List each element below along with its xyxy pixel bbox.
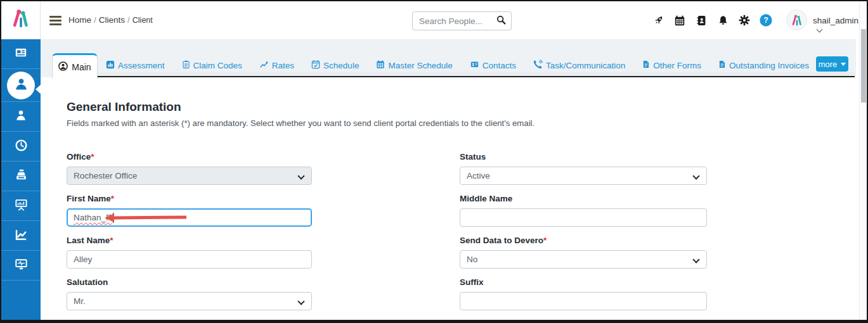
salutation-select[interactable]: Mr. — [67, 292, 312, 310]
more-tabs-label: more — [819, 60, 838, 69]
sidebar-item-analytics[interactable] — [1, 221, 41, 251]
brand-logo-icon — [10, 8, 32, 32]
sidebar-item-dashboard[interactable] — [1, 39, 41, 69]
field-send-data-to-devero: Send Data to Devero* No — [460, 236, 707, 269]
people-search — [412, 11, 512, 30]
required-asterisk: * — [91, 152, 94, 162]
header-icon-bar: ? — [652, 1, 772, 39]
first-name-input[interactable]: Nathan_R — [67, 208, 312, 227]
presentation-chart-icon — [15, 198, 28, 214]
address-book-icon[interactable] — [695, 13, 708, 27]
tab-rates-label: Rates — [272, 61, 294, 70]
bell-icon[interactable] — [716, 13, 729, 27]
field-last-name: Last Name* — [67, 236, 312, 269]
field-salutation: Salutation Mr. — [67, 277, 312, 310]
tab-master-schedule[interactable]: Master Schedule — [376, 60, 452, 71]
status-value: Active — [467, 171, 490, 180]
devero-select[interactable]: No — [460, 250, 707, 269]
calendar-icon[interactable] — [673, 13, 686, 27]
schedule-icon — [311, 60, 320, 71]
office-label: Office — [67, 152, 91, 162]
chevron-down-icon — [692, 172, 699, 179]
search-input[interactable] — [419, 16, 496, 26]
office-select[interactable]: Rochester Office — [67, 167, 312, 185]
search-icon[interactable] — [496, 15, 506, 27]
app-logo[interactable] — [1, 1, 41, 39]
status-label: Status — [460, 152, 486, 162]
hamburger-menu-icon[interactable] — [49, 16, 62, 27]
more-tabs-button[interactable]: more — [816, 56, 848, 72]
sidebar-item-clients-active[interactable] — [1, 69, 41, 102]
active-item-highlight — [7, 72, 35, 99]
user-avatar[interactable] — [786, 10, 807, 30]
tab-claim-codes-label: Claim Codes — [193, 61, 242, 70]
clipped-content-edge — [96, 72, 855, 77]
task-communication-icon — [533, 60, 543, 71]
left-sidebar — [1, 39, 41, 323]
first-name-value: Nathan_R — [74, 213, 112, 222]
tab-assessment-label: Assessment — [118, 61, 165, 70]
field-status: Status Active — [460, 152, 707, 185]
breadcrumb-clients[interactable]: Clients — [99, 15, 125, 25]
field-middle-name: Middle Name — [460, 194, 707, 227]
general-info-form: Office* Rochester Office Status Active F… — [67, 152, 707, 319]
client-person-circle-icon — [13, 75, 30, 95]
tab-schedule-label: Schedule — [323, 61, 359, 70]
outstanding-invoices-icon — [718, 60, 726, 71]
rates-icon — [259, 60, 269, 71]
last-name-input[interactable] — [67, 250, 312, 269]
breadcrumb-client: Client — [133, 16, 153, 25]
sidebar-item-telephony[interactable] — [1, 251, 41, 281]
monitor-wave-icon — [15, 258, 28, 273]
line-chart-icon — [15, 228, 28, 244]
breadcrumb-home[interactable]: Home — [68, 15, 91, 25]
tab-assessment[interactable]: Assessment — [106, 60, 165, 71]
required-asterisk: * — [111, 194, 114, 203]
help-icon[interactable]: ? — [760, 13, 772, 27]
newspaper-icon — [14, 46, 28, 61]
claim-codes-icon — [182, 60, 190, 71]
tab-outstanding-invoices[interactable]: Outstanding Invoices — [718, 60, 809, 71]
tab-contacts[interactable]: Contacts — [470, 60, 516, 70]
tab-main[interactable]: Main — [52, 53, 98, 79]
active-item-pointer — [36, 84, 41, 94]
devero-value: No — [467, 255, 477, 264]
field-office: Office* Rochester Office — [67, 152, 312, 185]
contacts-icon — [470, 60, 479, 70]
field-first-name: First Name* Nathan_R — [67, 194, 312, 227]
rocket-icon[interactable] — [652, 13, 664, 27]
sidebar-item-scheduling[interactable] — [1, 132, 41, 162]
annotation-arrow-icon — [105, 213, 188, 225]
last-name-label: Last Name — [67, 236, 110, 245]
middle-name-input[interactable] — [460, 208, 707, 227]
required-asterisk: * — [543, 236, 547, 245]
person-icon — [15, 109, 27, 124]
chevron-down-icon — [817, 27, 823, 33]
tab-rates[interactable]: Rates — [259, 60, 294, 71]
tab-claim-codes[interactable]: Claim Codes — [182, 60, 242, 71]
section-title: General Information — [67, 100, 181, 114]
username-label: shail_admin — [813, 16, 858, 25]
required-asterisk: * — [110, 236, 113, 245]
sidebar-item-caregivers[interactable] — [1, 102, 41, 132]
status-select[interactable]: Active — [460, 167, 707, 185]
suffix-input[interactable] — [460, 292, 707, 310]
tab-other-forms[interactable]: Other Forms — [642, 60, 701, 71]
chevron-down-icon — [297, 298, 304, 305]
tab-task-communication-label: Task/Communication — [546, 61, 625, 70]
sidebar-item-reports[interactable] — [1, 191, 41, 221]
caret-down-icon — [841, 63, 846, 66]
gear-icon[interactable] — [738, 13, 751, 27]
vertical-scrollbar[interactable] — [859, 1, 867, 320]
main-panel: General Information Fields marked with a… — [41, 77, 862, 321]
scrollbar-thumb[interactable] — [861, 29, 866, 103]
master-schedule-icon — [376, 60, 385, 71]
breadcrumb: Home/Clients/Client — [68, 15, 153, 25]
section-subtitle: Fields marked with an asterisk (*) are m… — [67, 118, 534, 128]
tab-outstanding-invoices-label: Outstanding Invoices — [729, 61, 809, 70]
sidebar-item-billing[interactable] — [1, 162, 41, 191]
tab-schedule[interactable]: Schedule — [311, 60, 359, 71]
tab-task-communication[interactable]: Task/Communication — [533, 60, 625, 71]
svg-text:?: ? — [763, 16, 768, 25]
field-suffix: Suffix — [460, 277, 707, 310]
